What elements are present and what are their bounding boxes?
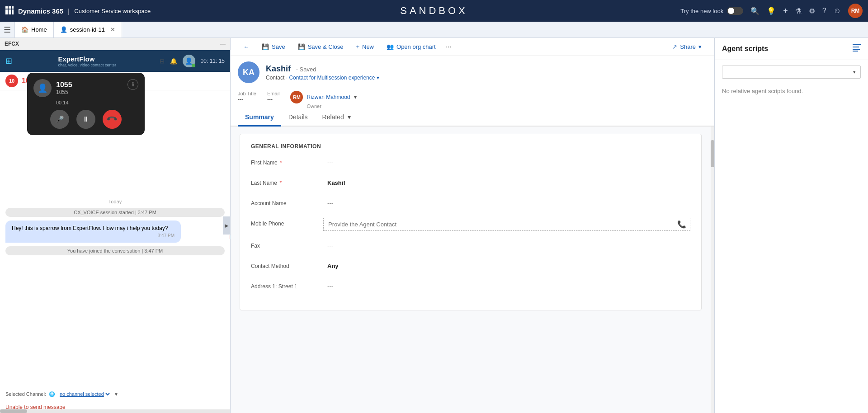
call-timer: 00:14 [56,100,138,105]
minimize-button[interactable]: — [220,41,226,47]
plus-icon[interactable]: + [783,6,788,16]
mobile-phone-input[interactable] [324,219,674,230]
call-info-button[interactable]: ℹ [127,79,138,90]
session-tab-label: session-id-11 [70,26,105,33]
ef-timer: 00: 11: 15 [201,58,225,64]
new-button[interactable]: + New [350,41,379,53]
tab-summary[interactable]: Summary [238,109,281,127]
first-name-required: * [280,160,282,166]
workspace-name: Customer Service workspace [74,8,151,14]
job-title-value: --- [238,96,256,103]
agent-script-chevron-icon: ▾ [853,69,856,75]
owner-name[interactable]: Rizwan Mahmood [307,94,350,100]
section-title: GENERAL INFORMATION [251,143,690,150]
settings-icon[interactable]: ⚙ [809,7,815,15]
user-avatar[interactable]: RM [848,4,863,18]
info-icon: ℹ [132,81,134,88]
ef-bell-icon[interactable]: 🔔 [170,58,177,65]
svg-rect-11 [853,49,860,50]
ef-dots-icon[interactable]: ⊞ [160,58,165,65]
search-icon[interactable]: 🔍 [750,7,760,15]
filter-icon[interactable]: ⚗ [795,7,802,15]
call-widget-top: 👤 1055 1055 [33,79,138,97]
agent-scripts-list-icon[interactable] [853,44,861,53]
phone-call-button[interactable]: 📞 [674,218,690,230]
end-call-button[interactable]: 📞 [99,106,125,132]
center-panel: ← 💾 Save 💾 Save & Close + New 👥 Open org… [231,38,714,413]
home-tab-label: Home [31,26,47,33]
address-row: Address 1: Street 1 --- [251,281,690,292]
pause-button[interactable]: ⏸ [76,110,95,129]
contact-type-link[interactable]: Contact for Multisession experience [289,75,375,81]
save-close-button[interactable]: 💾 Save & Close [292,41,349,53]
tab-bar: ☰ 🏠 Home 👤 session-id-11 ✕ [0,22,868,38]
bot-message-text: Hey! this is sparrow from ExpertFlow. Ho… [12,225,168,231]
contact-method-row: Contact Method Any [251,260,690,272]
svg-rect-6 [5,12,8,14]
svg-rect-1 [9,6,11,9]
contact-method-label: Contact Method [251,260,323,269]
chat-date-divider: Today [5,199,225,204]
left-panel-collapse-arrow[interactable]: ▶ [223,216,230,235]
save-button[interactable]: 💾 Save [256,41,291,53]
org-chart-button[interactable]: 👥 Open org chart [381,41,441,53]
more-options-icon[interactable]: ⋯ [443,41,454,53]
related-chevron-icon: ▾ [348,113,351,121]
share-button[interactable]: ↗ Share ▾ [667,41,707,53]
contact-method-value[interactable]: Any [323,260,690,272]
first-name-label: First Name * [251,157,323,166]
owner-badge: RM Rizwan Mahmood ▾ [290,91,356,103]
no-scripts-message: No relative agent scripts found. [715,84,868,98]
channel-select[interactable]: no channel selected [58,391,111,397]
agent-scripts-title: Agent scripts [722,45,768,53]
help-icon[interactable]: ? [822,7,826,15]
svg-rect-0 [5,6,8,9]
horizontal-scrollbar[interactable] [0,409,230,413]
owner-chevron-icon[interactable]: ▾ [354,94,357,100]
form-content-wrapper: GENERAL INFORMATION First Name * --- Las… [231,127,714,413]
call-avatar: 👤 [33,79,52,97]
new-look-toggle[interactable] [727,7,743,15]
brand: Dynamics 365 | Customer Service workspac… [18,7,151,15]
tab-close-button[interactable]: ✕ [110,26,115,33]
fax-value[interactable]: --- [323,240,690,251]
address-value[interactable]: --- [323,281,690,292]
channel-icon: 🌐 [49,391,55,397]
contact-type-chevron[interactable]: ▾ [377,75,379,81]
smiley-icon[interactable]: ☺ [834,7,841,15]
contact-saved-status: - Saved [296,66,316,73]
share-label: Share [680,43,696,50]
sidebar-toggle[interactable]: ☰ [4,25,11,35]
channel-chevron-icon: ▼ [114,392,118,397]
idea-icon[interactable]: 💡 [767,7,776,15]
meta-owner: RM Rizwan Mahmood ▾ Owner [290,91,356,109]
phone-call-icon: 📞 [677,221,686,228]
mic-button[interactable]: 🎤 [50,110,69,129]
last-name-row: Last Name * Kashif [251,177,690,188]
right-panel-header: Agent scripts [715,38,868,60]
svg-rect-7 [9,12,11,14]
org-chart-label: Open org chart [396,43,436,50]
agent-script-dropdown[interactable]: ▾ [722,66,861,79]
session-tab[interactable]: 👤 session-id-11 ✕ [54,22,122,38]
center-scrollbar-track[interactable] [711,127,714,413]
chat-messages[interactable]: Today CX_VOICE session started | 3:47 PM… [0,190,230,387]
mobile-phone-label: Mobile Phone [251,218,323,227]
chat-status-2: You have joined the conversation | 3:47 … [5,246,225,255]
form-content[interactable]: GENERAL INFORMATION First Name * --- Las… [231,127,711,413]
last-name-value[interactable]: Kashif [323,177,690,188]
waffle-icon[interactable] [5,6,14,16]
owner-label: Owner [307,103,356,109]
save-icon: 💾 [262,43,269,50]
home-tab[interactable]: 🏠 Home [14,22,54,38]
first-name-value[interactable]: --- [323,157,690,168]
share-chevron-icon: ▾ [698,43,702,50]
tab-related[interactable]: Related ▾ [315,109,358,127]
ef-user-avatar[interactable]: 👤 [183,55,195,67]
contact-info: Kashif - Saved Contact · Contact for Mul… [266,64,707,81]
home-icon: 🏠 [21,26,28,33]
mobile-phone-row: Mobile Phone 📞 [251,218,690,231]
back-button[interactable]: ← [238,41,255,53]
tab-details[interactable]: Details [281,109,315,127]
account-name-value[interactable]: --- [323,197,690,209]
